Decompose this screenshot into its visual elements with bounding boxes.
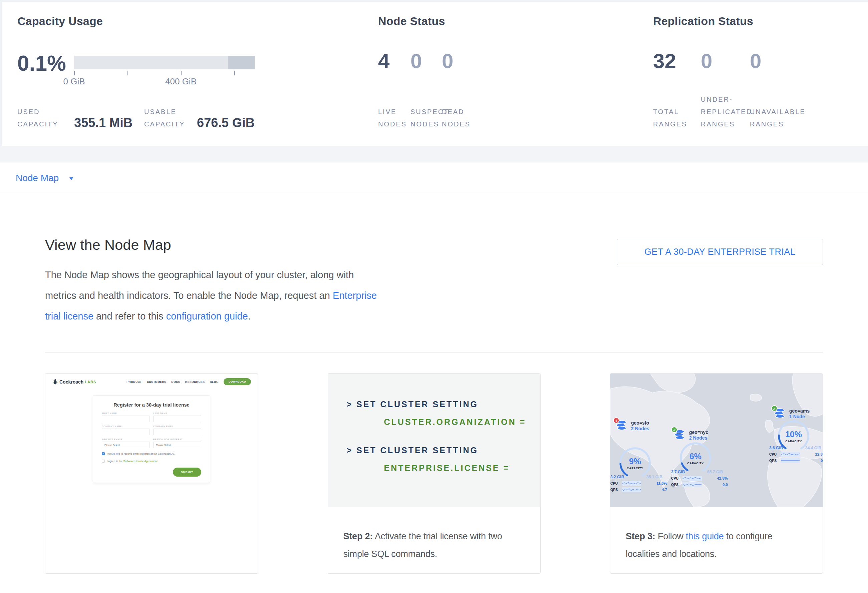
qps-sparkline: [622, 487, 641, 492]
this-guide-link[interactable]: this guide: [686, 531, 724, 541]
capacity-caption: CAPACITY: [619, 466, 652, 470]
license-agree-checkbox: [102, 460, 105, 463]
step-1-card: Cockroach LABS PRODUCT CUSTOMERS DOCS RE…: [45, 373, 258, 574]
email-optin-checkbox: ✓: [102, 452, 105, 455]
section-divider-band: [0, 146, 868, 162]
replication-status-panel: Replication Status 32 0 0 TOTAL RANGES U…: [653, 0, 868, 146]
ams-stats: 3.6 GiB 34.4 GiB CPU 12.3% QPS 0.0: [769, 446, 822, 463]
cockroach-labs-logo: Cockroach LABS: [53, 379, 96, 385]
sql-command-2: > SET CLUSTER SETTING: [347, 446, 540, 455]
capacity-bar-ticks: [74, 71, 255, 76]
capacity-percent: 10%: [777, 430, 810, 439]
locality-name: geo=ams: [789, 408, 810, 414]
dead-nodes-count: 0: [442, 49, 453, 73]
qps-label: QPS: [610, 488, 622, 491]
capacity-percent: 6%: [679, 452, 712, 461]
capacity-caption: CAPACITY: [679, 462, 712, 465]
total-capacity: 35.1 GiB: [647, 475, 663, 479]
live-nodes-count: 4: [378, 49, 410, 73]
step-3-caption: Step 3: Follow this guide to configure l…: [610, 507, 822, 563]
section-rule: [45, 352, 823, 353]
used-capacity-value: 355.1 MiB: [74, 116, 131, 130]
qps-value: 0.0: [801, 459, 822, 463]
live-nodes-label: LIVE NODES: [378, 106, 410, 130]
used-capacity-label: USED CAPACITY: [17, 106, 67, 130]
sql-arg-1: CLUSTER.ORGANIZATION =: [384, 417, 540, 427]
project-phase-label: PROJECT PHASE: [102, 438, 150, 441]
intro-text-1: The Node Map shows the geographical layo…: [45, 269, 354, 301]
locality-node-count: 1 Node: [789, 414, 810, 419]
capacity-caption: CAPACITY: [777, 440, 810, 443]
cockroach-bug-icon: [53, 379, 58, 385]
locality-marker-nyc: ✓ geo=nyc 2 Nodes: [674, 430, 708, 441]
capacity-bar-reserved-segment: [228, 56, 255, 69]
view-selector-bar: Node Map ▼: [0, 162, 868, 194]
locality-name: geo=nyc: [689, 430, 708, 435]
total-capacity: 65.7 GiB: [707, 469, 723, 474]
unavailable-label: UNAVAILABLE RANGES: [750, 106, 808, 130]
step-2-card: > SET CLUSTER SETTING CLUSTER.ORGANIZATI…: [328, 373, 540, 574]
cpu-label: CPU: [671, 476, 682, 480]
trial-registration-form: Register for a 30-day trial license FIRS…: [93, 395, 210, 483]
first-name-field: [102, 416, 150, 422]
configuration-guide-link[interactable]: configuration guide: [166, 311, 248, 322]
capacity-bar-track: [74, 56, 255, 69]
get-enterprise-trial-button[interactable]: GET A 30-DAY ENTERPRISE TRIAL: [617, 239, 823, 265]
company-email-field: [153, 428, 201, 435]
nav-docs: DOCS: [171, 380, 180, 384]
node-map-dropdown[interactable]: Node Map ▼: [16, 173, 74, 184]
intro-text-3: .: [248, 311, 251, 322]
license-agree-text: I agree to the Software License Agreemen…: [107, 459, 158, 463]
nav-resources: RESOURCES: [185, 380, 205, 384]
sql-arg-2: ENTERPRISE.LICENSE =: [384, 463, 540, 473]
total-capacity: 34.4 GiB: [805, 446, 821, 450]
replication-status-title: Replication Status: [653, 15, 753, 28]
step-3-card: 1 geo=sfo 2 Nodes 9% CAPACITY: [610, 373, 823, 574]
used-capacity: 3.6 GiB: [769, 446, 783, 450]
usable-capacity-label: USABLE CAPACITY: [144, 106, 190, 130]
qps-sparkline: [682, 482, 702, 487]
step-1-caption: Step 1: Get a trial license delivered st…: [46, 573, 258, 574]
last-name-field: [153, 416, 201, 422]
sfo-stats: 3.2 GiB 35.1 GiB CPU 11.0% QPS 4.7: [610, 475, 667, 492]
unavailable-count: 0: [750, 49, 761, 73]
intro-text-2: and refer to this: [93, 311, 166, 322]
intro-paragraph: The Node Map shows the geographical layo…: [45, 265, 384, 327]
capacity-bar: 0 GiB 400 GiB: [74, 56, 255, 86]
last-name-label: LAST NAME: [153, 412, 201, 415]
capacity-usage-title: Capacity Usage: [17, 15, 103, 28]
total-ranges-count: 32: [653, 49, 701, 73]
node-status-title: Node Status: [378, 15, 445, 28]
registration-form-title: Register for a 30-day trial license: [102, 402, 201, 408]
nyc-stats: 3.7 GiB 65.7 GiB CPU 42.5% QPS 0.0: [671, 469, 728, 487]
healthy-badge: ✓: [771, 405, 778, 412]
suspect-nodes-label: SUSPECT NODES: [410, 106, 442, 130]
tick-label-400: 400 GiB: [165, 77, 196, 87]
first-name-label: FIRST NAME: [102, 412, 150, 415]
locality-node-count: 2 Nodes: [689, 435, 708, 441]
capacity-usage-panel: Capacity Usage 0.1% 0 GiB 400 GiB: [0, 0, 378, 146]
cpu-value: 42.5%: [703, 476, 728, 480]
qps-value: 0.0: [703, 483, 728, 487]
qps-label: QPS: [769, 459, 781, 463]
nav-customers: CUSTOMERS: [147, 380, 167, 384]
nav-product: PRODUCT: [127, 380, 142, 384]
qps-label: QPS: [671, 483, 682, 487]
company-name-label: COMPANY NAME: [102, 425, 150, 428]
agree-pre: I agree to the: [107, 460, 123, 463]
locality-marker-sfo: 1 geo=sfo 2 Nodes: [616, 420, 649, 432]
cpu-value: 11.0%: [642, 481, 667, 485]
sql-command-1: > SET CLUSTER SETTING: [347, 400, 540, 409]
dead-nodes-label: DEAD NODES: [442, 106, 478, 130]
tick-label-0: 0 GiB: [63, 77, 85, 87]
cpu-sparkline: [622, 481, 641, 486]
error-badge: 1: [613, 417, 619, 424]
locality-node-count: 2 Nodes: [631, 426, 649, 431]
download-pill: DOWNLOAD: [224, 378, 251, 385]
brand-suffix: LABS: [85, 380, 96, 384]
step-3-pre: Follow: [655, 531, 686, 541]
under-replicated-count: 0: [701, 49, 750, 73]
reason-select: Please Select: [153, 441, 201, 448]
cpu-sparkline: [682, 476, 702, 481]
capacity-percent: 9%: [619, 456, 652, 466]
